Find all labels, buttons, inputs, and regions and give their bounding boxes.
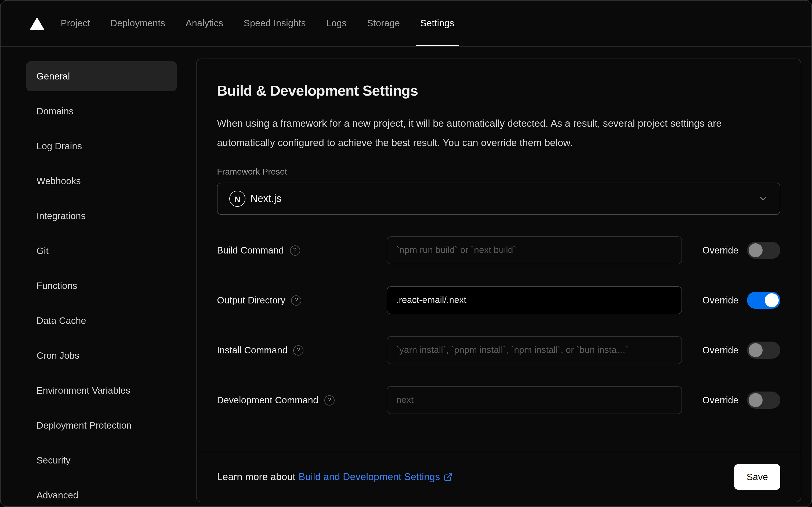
sidebar-item-environment-variables[interactable]: Environment Variables: [26, 376, 177, 405]
help-icon[interactable]: [293, 345, 304, 355]
sidebar-item-functions[interactable]: Functions: [26, 271, 177, 301]
chevron-down-icon: [758, 194, 768, 204]
sidebar-item-data-cache[interactable]: Data Cache: [26, 305, 177, 336]
nav-tabs: Project Deployments Analytics Speed Insi…: [61, 1, 454, 46]
save-button[interactable]: Save: [734, 464, 780, 490]
output-directory-input[interactable]: [387, 286, 682, 314]
nextjs-logo-icon: [229, 191, 245, 207]
override-label: Override: [702, 394, 739, 406]
sidebar-item-integrations[interactable]: Integrations: [26, 201, 177, 231]
install-command-row: Install Command Override: [217, 336, 780, 364]
nav-tab-analytics[interactable]: Analytics: [185, 1, 223, 46]
settings-sidebar: General Domains Log Drains Webhooks Inte…: [26, 59, 177, 502]
toggle-knob: [765, 293, 779, 307]
sidebar-item-cron-jobs[interactable]: Cron Jobs: [26, 340, 177, 371]
framework-preset-select[interactable]: Next.js: [217, 183, 780, 215]
vercel-logo-icon[interactable]: [30, 17, 45, 30]
sidebar-item-log-drains[interactable]: Log Drains: [26, 131, 177, 161]
link-label: Build and Development Settings: [299, 471, 440, 483]
sidebar-item-webhooks[interactable]: Webhooks: [26, 166, 177, 196]
help-icon[interactable]: [324, 395, 334, 405]
learn-more-text: Learn more about Build and Development S…: [217, 471, 453, 483]
nav-tab-deployments[interactable]: Deployments: [110, 1, 165, 46]
output-directory-row: Output Directory Override: [217, 286, 780, 314]
framework-preset-label: Framework Preset: [217, 167, 780, 177]
install-command-input[interactable]: [387, 336, 682, 364]
settings-content: General Domains Log Drains Webhooks Inte…: [1, 47, 811, 506]
help-icon[interactable]: [291, 295, 301, 305]
nav-tab-project[interactable]: Project: [61, 1, 90, 46]
development-command-label: Development Command: [217, 394, 387, 406]
learn-more-prefix: Learn more about: [217, 471, 295, 483]
panel-title: Build & Development Settings: [217, 81, 780, 100]
toggle-knob: [749, 343, 763, 357]
build-settings-body: Build & Development Settings When using …: [196, 59, 801, 452]
install-command-override-toggle[interactable]: [747, 342, 780, 359]
install-command-label: Install Command: [217, 344, 387, 356]
build-command-override-toggle[interactable]: [747, 242, 780, 259]
field-label-text: Development Command: [217, 394, 318, 406]
framework-preset-value: Next.js: [250, 193, 281, 205]
nav-tab-speed-insights[interactable]: Speed Insights: [243, 1, 306, 46]
build-command-label: Build Command: [217, 245, 387, 256]
sidebar-item-security[interactable]: Security: [26, 445, 177, 475]
card-footer: Learn more about Build and Development S…: [196, 452, 801, 502]
toggle-knob: [749, 393, 763, 407]
app-window: Project Deployments Analytics Speed Insi…: [0, 0, 812, 507]
sidebar-item-general[interactable]: General: [26, 61, 177, 91]
build-dev-settings-link[interactable]: Build and Development Settings: [299, 471, 453, 483]
development-command-row: Development Command Override: [217, 386, 780, 414]
build-settings-card: Build & Development Settings When using …: [196, 59, 801, 502]
top-nav: Project Deployments Analytics Speed Insi…: [1, 1, 811, 47]
external-link-icon: [444, 472, 453, 482]
nav-tab-storage[interactable]: Storage: [367, 1, 400, 46]
nav-tab-logs[interactable]: Logs: [326, 1, 347, 46]
toggle-knob: [749, 243, 763, 257]
override-label: Override: [702, 344, 739, 356]
field-label-text: Build Command: [217, 245, 284, 256]
override-label: Override: [702, 245, 739, 256]
override-label: Override: [702, 295, 739, 306]
nav-tab-settings[interactable]: Settings: [420, 1, 454, 46]
field-label-text: Install Command: [217, 344, 288, 356]
output-directory-override-toggle[interactable]: [747, 292, 780, 309]
development-command-input[interactable]: [387, 386, 682, 414]
development-command-override-toggle[interactable]: [747, 392, 780, 409]
build-command-input[interactable]: [387, 236, 682, 264]
sidebar-item-deployment-protection[interactable]: Deployment Protection: [26, 410, 177, 440]
help-icon[interactable]: [290, 245, 300, 256]
panel-description: When using a framework for a new project…: [217, 114, 780, 153]
field-label-text: Output Directory: [217, 295, 285, 306]
build-command-row: Build Command Override: [217, 236, 780, 264]
sidebar-item-git[interactable]: Git: [26, 236, 177, 266]
output-directory-label: Output Directory: [217, 295, 387, 306]
sidebar-item-domains[interactable]: Domains: [26, 96, 177, 126]
sidebar-item-advanced[interactable]: Advanced: [26, 480, 177, 507]
